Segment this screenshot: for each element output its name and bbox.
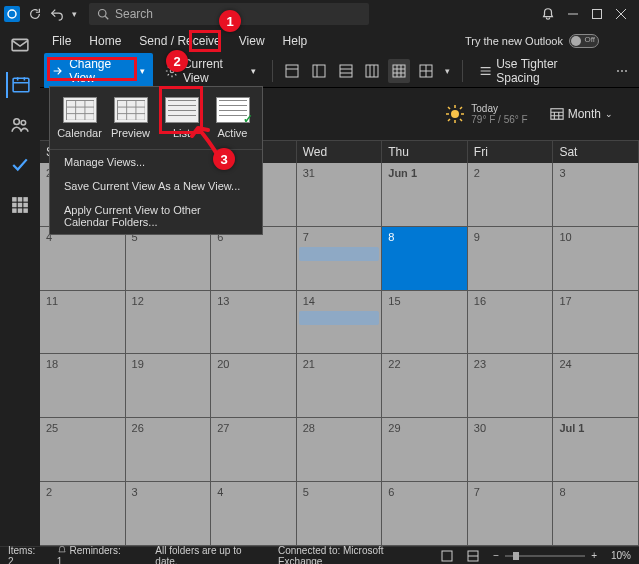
- bell-icon[interactable]: [541, 7, 555, 21]
- menu-file[interactable]: File: [44, 30, 79, 52]
- layout-2-icon[interactable]: [308, 59, 331, 83]
- calendar-cell[interactable]: 30: [468, 418, 554, 482]
- status-layout-2-icon[interactable]: [467, 550, 479, 562]
- people-icon[interactable]: [6, 112, 34, 138]
- zoom-slider[interactable]: − +: [493, 550, 597, 561]
- layout-5-icon[interactable]: [388, 59, 411, 83]
- calendar-cell[interactable]: 6: [211, 227, 297, 291]
- layout-6-icon[interactable]: [414, 59, 437, 83]
- view-option-calendar[interactable]: Calendar: [54, 93, 105, 143]
- calendar-cell[interactable]: 24: [553, 354, 639, 418]
- svg-rect-25: [551, 109, 563, 120]
- calendar-cell[interactable]: Jul 1: [553, 418, 639, 482]
- calendar-cell[interactable]: 19: [126, 354, 212, 418]
- calendar-cell[interactable]: 6: [382, 482, 468, 546]
- status-reminders[interactable]: Reminders: 1: [57, 545, 128, 565]
- calendar-cell[interactable]: 4: [40, 227, 126, 291]
- event-block[interactable]: [299, 311, 380, 325]
- mail-icon[interactable]: [6, 32, 34, 58]
- calendar-cell[interactable]: 25: [40, 418, 126, 482]
- calendar-cell[interactable]: 7: [468, 482, 554, 546]
- month-view-button[interactable]: Month ⌄: [542, 103, 621, 125]
- search-placeholder: Search: [115, 7, 153, 21]
- sync-icon[interactable]: [28, 7, 42, 21]
- status-layout-1-icon[interactable]: [441, 550, 453, 562]
- calendar-cell[interactable]: 11: [40, 291, 126, 355]
- calendar-cell[interactable]: 12: [126, 291, 212, 355]
- menu-home[interactable]: Home: [81, 30, 129, 52]
- save-current-view[interactable]: Save Current View As a New View...: [50, 174, 262, 198]
- calendar-cell[interactable]: 10: [553, 227, 639, 291]
- status-items: Items: 2: [8, 545, 43, 565]
- calendar-icon[interactable]: [6, 72, 34, 98]
- calendar-cell[interactable]: 23: [468, 354, 554, 418]
- apply-current-view[interactable]: Apply Current View to Other Calendar Fol…: [50, 198, 262, 234]
- weather-temps: 79° F / 56° F: [471, 114, 527, 125]
- calendar-cell[interactable]: 3: [553, 163, 639, 227]
- calendar-cell[interactable]: 4: [211, 482, 297, 546]
- minimize-icon[interactable]: [567, 8, 579, 20]
- calendar-cell[interactable]: 7: [297, 227, 383, 291]
- statusbar: Items: 2 Reminders: 1 All folders are up…: [0, 546, 639, 564]
- ribbon: Change View ▾ Current View ▾ ▾ Use Tight…: [0, 54, 639, 88]
- ribbon-overflow-icon[interactable]: ⋯: [610, 59, 633, 83]
- calendar-cell[interactable]: 21: [297, 354, 383, 418]
- calendar-cell[interactable]: 26: [126, 418, 212, 482]
- calendar-cell[interactable]: 15: [382, 291, 468, 355]
- calendar-cell[interactable]: 2: [40, 482, 126, 546]
- try-outlook-toggle[interactable]: Off: [569, 34, 599, 48]
- menu-help[interactable]: Help: [275, 30, 316, 52]
- calendar-cell[interactable]: 5: [126, 227, 212, 291]
- layout-more-icon[interactable]: ▾: [441, 66, 454, 76]
- calendar-cell[interactable]: 20: [211, 354, 297, 418]
- maximize-icon[interactable]: [591, 8, 603, 20]
- menubar: File Home Send / Receive View Help Try t…: [0, 28, 639, 54]
- calendar-cell[interactable]: 13: [211, 291, 297, 355]
- svg-point-24: [451, 110, 459, 118]
- calendar-cell[interactable]: 2: [468, 163, 554, 227]
- apps-icon[interactable]: [6, 192, 34, 218]
- calendar-cell[interactable]: 18: [40, 354, 126, 418]
- calendar-cell[interactable]: 8: [553, 482, 639, 546]
- calendar-cell[interactable]: 3: [126, 482, 212, 546]
- calendar-cell[interactable]: 29: [382, 418, 468, 482]
- calendar-cell[interactable]: 28: [297, 418, 383, 482]
- svg-point-2: [99, 10, 107, 18]
- calendar-cell-today[interactable]: 8: [382, 227, 468, 291]
- tighter-spacing-button[interactable]: Use Tighter Spacing: [471, 53, 606, 89]
- layout-1-icon[interactable]: [281, 59, 304, 83]
- change-view-button[interactable]: Change View ▾: [44, 53, 153, 89]
- qat-more-icon[interactable]: ▾: [72, 9, 77, 19]
- view-option-preview[interactable]: Preview: [105, 93, 156, 143]
- annotation-arrow-3: [190, 122, 224, 162]
- svg-rect-3: [593, 10, 602, 19]
- menu-send-receive[interactable]: Send / Receive: [131, 30, 228, 52]
- svg-rect-12: [13, 78, 29, 92]
- svg-rect-23: [23, 208, 28, 213]
- calendar-cell[interactable]: 5: [297, 482, 383, 546]
- weather-widget[interactable]: Today 79° F / 56° F: [445, 103, 527, 125]
- todo-icon[interactable]: [6, 152, 34, 178]
- calendar-cell[interactable]: 17: [553, 291, 639, 355]
- event-block[interactable]: [299, 247, 380, 261]
- weather-day: Today: [471, 103, 527, 114]
- calendar-cell[interactable]: 31: [297, 163, 383, 227]
- svg-rect-19: [18, 203, 23, 208]
- menu-view[interactable]: View: [231, 30, 273, 52]
- calendar-cell[interactable]: 27: [211, 418, 297, 482]
- undo-icon[interactable]: [50, 7, 64, 21]
- svg-rect-7: [340, 65, 352, 77]
- calendar-cell[interactable]: 9: [468, 227, 554, 291]
- status-folders: All folders are up to date.: [155, 545, 264, 565]
- annotation-badge-2: 2: [166, 50, 188, 72]
- calendar-cell[interactable]: Jun 1: [382, 163, 468, 227]
- svg-rect-8: [366, 65, 378, 77]
- layout-3-icon[interactable]: [334, 59, 357, 83]
- day-header: Wed: [297, 141, 383, 163]
- calendar-cell[interactable]: 22: [382, 354, 468, 418]
- calendar-cell[interactable]: 16: [468, 291, 554, 355]
- calendar-cell[interactable]: 14: [297, 291, 383, 355]
- close-icon[interactable]: [615, 8, 627, 20]
- day-header: Thu: [382, 141, 468, 163]
- layout-4-icon[interactable]: [361, 59, 384, 83]
